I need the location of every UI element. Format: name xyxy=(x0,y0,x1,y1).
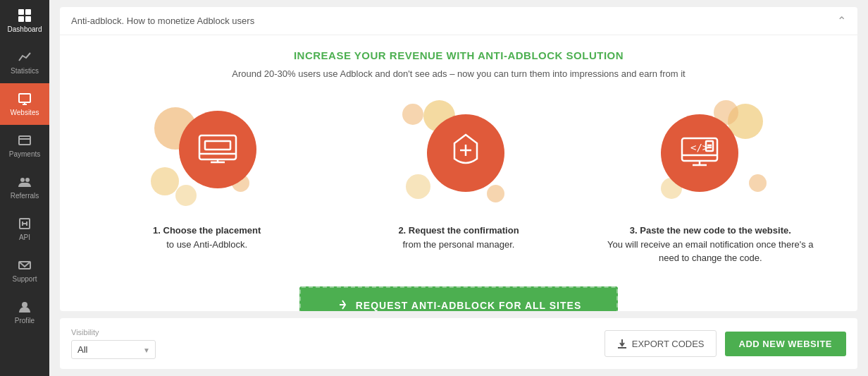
anti-adblock-card: Anti-adblock. How to monetize Adblock us… xyxy=(60,7,857,311)
svg-rect-4 xyxy=(19,94,30,102)
visibility-section: Visibility All Active Inactive xyxy=(71,328,156,359)
step-2-line1: 2. Request the confirmation xyxy=(398,224,519,238)
export-codes-label: EXPORT CODES xyxy=(632,339,705,349)
deco-circle xyxy=(402,104,423,125)
sidebar-item-support[interactable]: Support xyxy=(0,250,49,291)
steps-container: 1. Choose the placement to use Anti-Adbl… xyxy=(81,100,836,265)
step-3-text: 3. Paste the new code to the website. Yo… xyxy=(604,224,816,265)
payments-icon xyxy=(18,133,32,147)
export-codes-button[interactable]: EXPORT CODES xyxy=(604,330,717,357)
deco-circle xyxy=(749,174,767,192)
sidebar-item-dashboard[interactable]: Dashboard xyxy=(0,0,49,42)
sidebar: Dashboard Statistics Websites Payments xyxy=(0,0,49,376)
svg-rect-0 xyxy=(18,9,24,15)
dashboard-icon xyxy=(18,8,32,23)
step-3-main-circle: </> xyxy=(661,114,738,192)
main-content: Anti-adblock. How to monetize Adblock us… xyxy=(49,0,868,376)
deco-circle xyxy=(487,185,504,202)
add-new-website-button[interactable]: ADD NEW WEBSITE xyxy=(725,332,846,356)
sidebar-label-api: API xyxy=(19,234,30,241)
sidebar-label-dashboard: Dashboard xyxy=(8,25,42,33)
step-3-icon-container: </> xyxy=(654,100,767,213)
bottom-bar: Visibility All Active Inactive EX xyxy=(60,318,857,369)
download-icon xyxy=(616,338,628,349)
step-1-main-circle xyxy=(179,111,256,188)
step-3-line1: 3. Paste the new code to the website. xyxy=(604,224,816,238)
sidebar-item-statistics[interactable]: Statistics xyxy=(0,42,49,83)
step-2: 2. Request the confirmation from the per… xyxy=(353,100,564,251)
step-1-line2: to use Anti-Adblock. xyxy=(166,239,247,250)
step-3: </> 3. Paste the new code to the website… xyxy=(604,100,816,265)
add-website-label: ADD NEW WEBSITE xyxy=(739,339,832,349)
api-icon xyxy=(18,217,32,231)
deco-circle xyxy=(406,174,430,199)
bottom-actions: EXPORT CODES ADD NEW WEBSITE xyxy=(604,330,846,357)
card-header: Anti-adblock. How to monetize Adblock us… xyxy=(60,7,857,35)
profile-icon xyxy=(18,300,32,314)
step-2-icon-container xyxy=(402,100,515,213)
card-subtitle: Around 20-30% users use Adblock and don'… xyxy=(81,68,836,79)
request-button-icon xyxy=(336,299,349,312)
step-2-main-circle xyxy=(427,114,504,192)
step-2-line2: from the personal manager. xyxy=(402,239,514,250)
visibility-label: Visibility xyxy=(71,328,156,336)
sidebar-label-profile: Profile xyxy=(15,317,35,325)
card-title: INCREASE YOUR REVENUE WITH ANTI-ADBLOCK … xyxy=(81,49,836,61)
svg-point-10 xyxy=(25,178,30,182)
sidebar-label-referrals: Referrals xyxy=(11,192,39,200)
sidebar-item-payments[interactable]: Payments xyxy=(0,125,49,166)
svg-rect-3 xyxy=(25,16,31,22)
chevron-up-icon[interactable]: ⌃ xyxy=(837,14,846,28)
svg-point-9 xyxy=(20,178,25,182)
deco-circle xyxy=(151,167,179,195)
websites-icon xyxy=(18,92,32,106)
svg-point-15 xyxy=(22,302,27,308)
referrals-icon xyxy=(18,175,32,189)
sidebar-item-websites[interactable]: Websites xyxy=(0,83,49,125)
step-1-line1: 1. Choose the placement xyxy=(153,224,261,238)
step-1-text: 1. Choose the placement to use Anti-Adbl… xyxy=(153,224,261,251)
statistics-icon xyxy=(18,50,32,64)
card-body: INCREASE YOUR REVENUE WITH ANTI-ADBLOCK … xyxy=(60,35,857,311)
step-2-text: 2. Request the confirmation from the per… xyxy=(398,224,519,251)
sidebar-label-payments: Payments xyxy=(9,150,40,158)
sidebar-item-referrals[interactable]: Referrals xyxy=(0,166,49,208)
svg-rect-1 xyxy=(25,9,31,15)
visibility-select[interactable]: All Active Inactive xyxy=(71,340,156,359)
svg-rect-20 xyxy=(205,141,230,150)
step-1: 1. Choose the placement to use Anti-Adbl… xyxy=(101,100,313,251)
request-button-label: REQUEST ANTI-ADBLOCK FOR ALL SITES xyxy=(356,300,581,311)
svg-rect-7 xyxy=(19,136,30,145)
support-icon xyxy=(18,258,32,272)
sidebar-label-websites: Websites xyxy=(11,109,39,116)
deco-circle xyxy=(175,185,197,206)
request-anti-adblock-button[interactable]: REQUEST ANTI-ADBLOCK FOR ALL SITES xyxy=(299,286,618,312)
sidebar-item-profile[interactable]: Profile xyxy=(0,291,49,333)
sidebar-label-statistics: Statistics xyxy=(11,67,39,75)
sidebar-label-support: Support xyxy=(12,275,37,283)
step-3-line2: You will receive an email notification o… xyxy=(607,239,814,264)
card-header-text: Anti-adblock. How to monetize Adblock us… xyxy=(71,16,254,26)
step-1-icon-container xyxy=(151,100,264,213)
visibility-select-wrapper: All Active Inactive xyxy=(71,340,156,359)
svg-rect-2 xyxy=(18,16,24,22)
sidebar-item-api[interactable]: API xyxy=(0,208,49,250)
